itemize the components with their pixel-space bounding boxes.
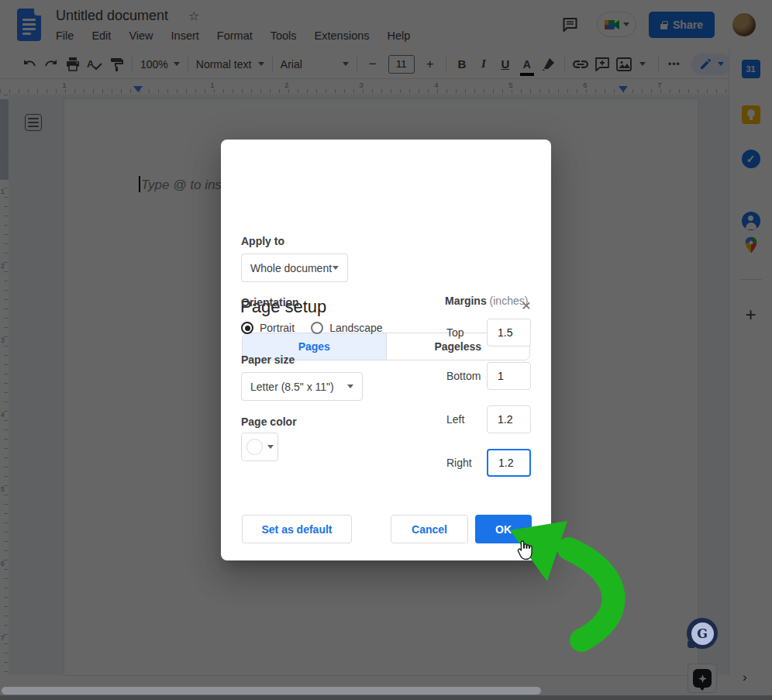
radio-landscape[interactable]: Landscape [311, 322, 383, 334]
dropdown-caret-icon [267, 445, 274, 449]
set-as-default-button[interactable]: Set as default [242, 515, 352, 543]
margin-right-label: Right [446, 457, 472, 469]
margin-top-label: Top [446, 326, 464, 339]
page-color-label: Page color [241, 416, 297, 428]
apply-to-dropdown[interactable]: Whole document [241, 253, 348, 282]
paper-size-value: Letter (8.5" x 11") [250, 381, 334, 393]
landscape-label: Landscape [329, 322, 383, 334]
page-color-swatch [246, 439, 263, 455]
margin-bottom-label: Bottom [446, 370, 481, 382]
horizontal-scrollbar-thumb[interactable] [2, 687, 541, 695]
orientation-options: Portrait Landscape [241, 322, 383, 334]
page-color-picker[interactable] [241, 433, 278, 461]
margin-top-input[interactable] [487, 319, 531, 347]
radio-selected-icon [241, 322, 253, 334]
radio-unselected-icon [311, 322, 323, 334]
apply-to-label: Apply to [241, 235, 284, 247]
dropdown-caret-icon [347, 384, 353, 388]
paper-size-label: Paper size [241, 353, 295, 366]
dropdown-caret-icon [333, 266, 339, 270]
ok-button[interactable]: OK [475, 515, 532, 543]
apply-to-value: Whole document [250, 262, 332, 274]
orientation-label: Orientation [241, 296, 299, 309]
margins-label: Margins (inches) [445, 295, 528, 307]
grammarly-badge[interactable]: G [687, 618, 718, 649]
paper-size-dropdown[interactable]: Letter (8.5" x 11") [241, 372, 363, 401]
margin-left-label: Left [446, 413, 464, 426]
cancel-button[interactable]: Cancel [391, 515, 468, 543]
page-setup-dialog: Page setup × Pages Pageless Apply to Who… [221, 140, 551, 560]
radio-portrait[interactable]: Portrait [241, 322, 295, 334]
portrait-label: Portrait [260, 322, 295, 334]
margin-bottom-input[interactable] [487, 362, 531, 390]
margin-left-input[interactable] [487, 405, 531, 433]
margin-right-input[interactable] [487, 449, 531, 477]
